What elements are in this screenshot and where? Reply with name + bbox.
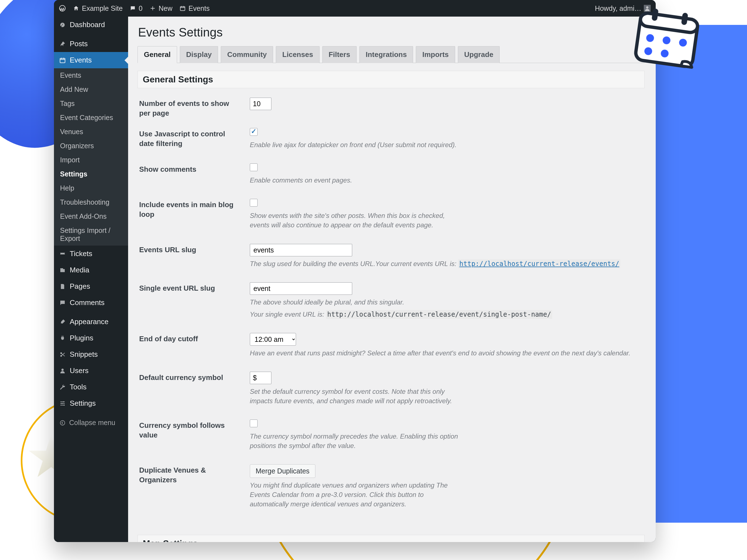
show-comments-checkbox[interactable] bbox=[250, 163, 258, 171]
settings-form: Number of events to show per page Use Ja… bbox=[137, 93, 645, 518]
single-event-url-code: http://localhost/current-release/event/s… bbox=[326, 310, 552, 319]
collapse-menu-button[interactable]: Collapse menu bbox=[54, 414, 128, 431]
currency-follows-checkbox[interactable] bbox=[250, 420, 258, 427]
svg-point-16 bbox=[61, 369, 63, 371]
single-slug-desc2: Your single event URL is: http://localho… bbox=[250, 310, 637, 319]
sidebar-item-label: Events bbox=[70, 56, 92, 64]
sidebar-item-tickets[interactable]: Tickets bbox=[54, 246, 128, 262]
plus-icon bbox=[149, 5, 156, 12]
comments-count: 0 bbox=[138, 4, 143, 12]
sidebar-item-pages[interactable]: Pages bbox=[54, 278, 128, 295]
currency-symbol-label: Default currency symbol bbox=[137, 367, 248, 415]
single-slug-label: Single event URL slug bbox=[137, 278, 248, 328]
site-link[interactable]: Example Site bbox=[73, 4, 123, 12]
sidebar-item-label: Posts bbox=[70, 39, 88, 48]
sidebar-subitem-events-venues[interactable]: Venues bbox=[54, 125, 128, 139]
media-icon bbox=[59, 267, 66, 273]
tab-upgrade[interactable]: Upgrade bbox=[458, 46, 500, 63]
pin-icon bbox=[59, 41, 66, 47]
currency-follows-desc: The currency symbol normally precedes th… bbox=[250, 432, 460, 451]
sidebar-item-label: Comments bbox=[70, 298, 105, 307]
new-link[interactable]: New bbox=[149, 4, 172, 12]
eod-desc: Have an event that runs past midnight? S… bbox=[250, 348, 637, 358]
eod-label: End of day cutoff bbox=[137, 328, 248, 367]
svg-rect-10 bbox=[180, 7, 185, 11]
svg-point-18 bbox=[61, 403, 62, 404]
sidebar-item-comments[interactable]: Comments bbox=[54, 295, 128, 311]
sidebar-item-media[interactable]: Media bbox=[54, 262, 128, 278]
sidebar-subitem-events-add-new[interactable]: Add New bbox=[54, 82, 128, 97]
sidebar-subitem-events-events[interactable]: Events bbox=[54, 68, 128, 82]
events-link[interactable]: Events bbox=[179, 4, 209, 12]
sidebar-item-dashboard[interactable]: Dashboard bbox=[54, 17, 128, 33]
merge-duplicates-button[interactable]: Merge Duplicates bbox=[250, 464, 315, 478]
collapse-label: Collapse menu bbox=[69, 419, 115, 427]
home-icon bbox=[73, 5, 79, 12]
collapse-icon bbox=[59, 419, 66, 426]
sidebar-item-label: Settings bbox=[70, 399, 96, 408]
plug-icon bbox=[59, 335, 66, 342]
sidebar-subitem-events-organizers[interactable]: Organizers bbox=[54, 139, 128, 153]
sidebar-subitem-events-import[interactable]: Import bbox=[54, 153, 128, 167]
calendar-logo-icon bbox=[630, 4, 704, 73]
sidebar-item-events[interactable]: Events bbox=[54, 52, 128, 68]
sidebar-subitem-events-event-add-ons[interactable]: Event Add-Ons bbox=[54, 209, 128, 223]
single-slug-input[interactable] bbox=[250, 282, 352, 295]
comment-icon bbox=[59, 299, 66, 306]
sidebar-item-plugins[interactable]: Plugins bbox=[54, 330, 128, 346]
sidebar-subitem-events-settings[interactable]: Settings bbox=[54, 167, 128, 181]
sidebar-item-label: Tools bbox=[70, 383, 86, 391]
sidebar-item-label: Users bbox=[70, 367, 88, 375]
scissors-icon bbox=[59, 351, 66, 358]
blog-loop-checkbox[interactable] bbox=[250, 199, 258, 207]
comment-icon bbox=[129, 5, 136, 12]
tab-licenses[interactable]: Licenses bbox=[276, 46, 319, 63]
gauge-icon bbox=[59, 21, 66, 28]
tab-display[interactable]: Display bbox=[180, 46, 218, 63]
admin-bar: Example Site 0 New Events Howdy, admi… bbox=[54, 0, 656, 17]
settings-tabs: GeneralDisplayCommunityLicensesFiltersIn… bbox=[137, 46, 645, 63]
svg-point-20 bbox=[60, 420, 65, 425]
currency-symbol-input[interactable] bbox=[250, 372, 272, 384]
svg-point-17 bbox=[63, 401, 64, 402]
wp-logo-menu[interactable] bbox=[59, 5, 66, 12]
user-icon bbox=[59, 367, 66, 374]
sidebar-item-label: Snippets bbox=[70, 350, 98, 359]
sidebar-item-label: Dashboard bbox=[70, 21, 105, 29]
sidebar-item-appearance[interactable]: Appearance bbox=[54, 314, 128, 330]
sidebar-item-label: Plugins bbox=[70, 334, 93, 342]
tab-filters[interactable]: Filters bbox=[322, 46, 357, 63]
comments-link[interactable]: 0 bbox=[129, 4, 143, 12]
sidebar-item-posts[interactable]: Posts bbox=[54, 36, 128, 52]
single-slug-desc1: The above should ideally be plural, and … bbox=[250, 298, 637, 307]
per-page-label: Number of events to show per page bbox=[137, 93, 248, 124]
sidebar-subitem-events-help[interactable]: Help bbox=[54, 181, 128, 195]
ticket-icon bbox=[59, 250, 66, 257]
section-general-title: General Settings bbox=[137, 71, 645, 88]
tab-general[interactable]: General bbox=[137, 46, 177, 63]
show-comments-label: Show comments bbox=[137, 159, 248, 194]
sidebar-item-settings[interactable]: Settings bbox=[54, 395, 128, 411]
sidebar-subitem-events-event-categories[interactable]: Event Categories bbox=[54, 111, 128, 125]
admin-sidebar: Dashboard Posts Events EventsAdd NewTags… bbox=[54, 17, 128, 542]
blog-loop-label: Include events in main blog loop bbox=[137, 194, 248, 239]
tab-community[interactable]: Community bbox=[221, 46, 273, 63]
sidebar-item-snippets[interactable]: Snippets bbox=[54, 346, 128, 363]
js-datefilter-checkbox[interactable] bbox=[250, 128, 258, 136]
eod-select[interactable]: 12:00 am bbox=[250, 333, 296, 346]
sidebar-item-tools[interactable]: Tools bbox=[54, 379, 128, 395]
tab-integrations[interactable]: Integrations bbox=[359, 46, 413, 63]
events-slug-input[interactable] bbox=[250, 244, 352, 256]
tab-imports[interactable]: Imports bbox=[416, 46, 455, 63]
events-label: Events bbox=[188, 4, 209, 12]
greeting: Howdy, admi… bbox=[595, 4, 641, 12]
per-page-input[interactable] bbox=[250, 98, 272, 110]
sidebar-item-label: Tickets bbox=[70, 249, 92, 258]
sidebar-subitem-events-troubleshooting[interactable]: Troubleshooting bbox=[54, 195, 128, 209]
sidebar-item-label: Pages bbox=[70, 282, 90, 291]
sidebar-subitem-events-settings-import-export[interactable]: Settings Import / Export bbox=[54, 223, 128, 246]
sidebar-subitem-events-tags[interactable]: Tags bbox=[54, 97, 128, 111]
sidebar-item-users[interactable]: Users bbox=[54, 363, 128, 379]
new-label: New bbox=[158, 4, 172, 12]
events-url-link[interactable]: http://localhost/current-release/events/ bbox=[459, 260, 619, 268]
